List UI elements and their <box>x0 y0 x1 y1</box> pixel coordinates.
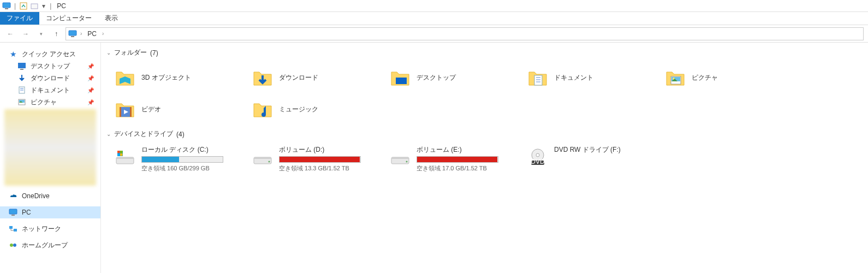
group-count: (7) <box>150 49 158 57</box>
svg-rect-4 <box>69 31 76 35</box>
3d-icon <box>114 67 136 88</box>
folder-tile[interactable]: ドキュメント <box>525 62 662 93</box>
pc-icon <box>2 2 11 10</box>
folder-tile[interactable]: ビデオ <box>112 93 249 125</box>
sidebar-pinned-item[interactable]: ピクチャ 📌 <box>0 96 100 108</box>
chevron-down-icon: ⌄ <box>106 131 111 137</box>
svg-point-18 <box>13 244 16 247</box>
sidebar-label: PC <box>22 209 31 216</box>
svg-rect-14 <box>11 215 15 216</box>
svg-text:DVD: DVD <box>531 158 545 165</box>
onedrive-icon <box>9 192 17 200</box>
downloads-icon <box>17 74 26 82</box>
svg-rect-0 <box>3 3 10 8</box>
folder-label: 3D オブジェクト <box>141 73 191 82</box>
svg-rect-38 <box>254 157 271 159</box>
forward-button[interactable]: → <box>20 28 32 40</box>
svg-rect-6 <box>18 63 26 68</box>
svg-rect-19 <box>396 78 407 84</box>
title-bar: | ▾ | PC <box>0 0 868 12</box>
group-header-drives[interactable]: ⌄ デバイスとドライブ (4) <box>101 126 868 142</box>
drive-label: DVD RW ドライブ (F:) <box>554 145 621 155</box>
address-bar[interactable]: › PC › <box>66 27 864 40</box>
desktop-icon <box>389 67 411 88</box>
drive-tile[interactable]: ローカル ディスク (C:) 空き領域 160 GB/299 GB <box>112 143 249 175</box>
folder-tile[interactable]: ダウンロード <box>249 62 387 93</box>
folder-tile[interactable]: 3D オブジェクト <box>112 62 249 93</box>
tab-view[interactable]: 表示 <box>98 12 124 25</box>
drive-tile[interactable]: ボリューム (E:) 空き領域 17.0 GB/1.52 TB <box>387 143 525 175</box>
sidebar-label: OneDrive <box>22 192 50 200</box>
svg-rect-36 <box>120 153 123 156</box>
sidebar-label: ホームグループ <box>22 241 68 250</box>
up-button[interactable]: ↑ <box>50 28 62 40</box>
sidebar-pc[interactable]: PC <box>0 206 100 218</box>
drive-capacity-text: 空き領域 17.0 GB/1.52 TB <box>417 164 498 173</box>
folder-label: デスクトップ <box>417 73 456 82</box>
content-pane: ⌄ フォルダー (7) 3D オブジェクト ダウンロード デスクトップ ドキュメ… <box>101 43 868 273</box>
svg-rect-20 <box>534 75 542 85</box>
pin-icon: 📌 <box>87 63 94 69</box>
drive-capacity-text: 空き領域 160 GB/299 GB <box>141 164 223 173</box>
svg-rect-5 <box>71 36 74 37</box>
folder-tile[interactable]: デスクトップ <box>387 62 525 93</box>
music-icon <box>252 98 274 120</box>
svg-rect-15 <box>9 226 13 229</box>
svg-rect-31 <box>116 157 134 159</box>
sidebar-quick-access[interactable]: ★ クイック アクセス <box>0 48 100 60</box>
sidebar-pinned-item[interactable]: デスクトップ 📌 <box>0 60 100 72</box>
dvd-icon: DVD <box>527 146 549 168</box>
svg-rect-1 <box>5 8 8 9</box>
star-icon: ★ <box>9 50 17 58</box>
sidebar-onedrive[interactable]: OneDrive <box>0 190 100 202</box>
sidebar-pinned-item[interactable]: ドキュメント 📌 <box>0 84 100 96</box>
folder-label: ビデオ <box>141 105 161 114</box>
documents-icon <box>527 67 549 88</box>
capacity-bar <box>417 156 498 163</box>
group-title: フォルダー <box>114 48 147 57</box>
navigation-bar: ← → ▾ ↑ › PC › <box>0 25 868 43</box>
svg-rect-35 <box>117 153 120 156</box>
folder-label: ピクチャ <box>692 73 718 82</box>
qat-customize-icon[interactable]: ▾ <box>41 2 46 10</box>
sidebar-item-label: ドキュメント <box>31 86 70 95</box>
svg-rect-13 <box>9 209 17 214</box>
qat-new-folder-icon[interactable] <box>30 2 39 10</box>
pc-icon <box>68 29 77 38</box>
drive-tile[interactable]: DVD DVD RW ドライブ (F:) <box>525 143 662 175</box>
tab-computer[interactable]: コンピューター <box>39 12 98 25</box>
sidebar-label: ネットワーク <box>22 224 61 234</box>
osdisk-icon <box>114 146 136 168</box>
sidebar-label: クイック アクセス <box>22 50 76 59</box>
svg-rect-2 <box>20 3 27 9</box>
breadcrumb-pc[interactable]: PC <box>85 30 99 38</box>
group-header-folders[interactable]: ⌄ フォルダー (7) <box>101 45 868 61</box>
sidebar-homegroup[interactable]: ホームグループ <box>0 239 100 251</box>
pin-icon: 📌 <box>87 99 94 105</box>
svg-rect-29 <box>130 107 132 117</box>
back-button[interactable]: ← <box>4 28 16 40</box>
tab-file[interactable]: ファイル <box>0 12 39 25</box>
drive-tile[interactable]: ボリューム (D:) 空き領域 13.3 GB/1.52 TB <box>249 143 387 175</box>
sidebar-item-label: デスクトップ <box>31 62 70 71</box>
qat-sep: | <box>14 2 16 10</box>
capacity-bar <box>279 156 361 163</box>
pictures-icon <box>17 98 26 106</box>
videos-icon <box>114 98 136 120</box>
folder-tile[interactable]: ピクチャ <box>662 62 800 93</box>
svg-rect-28 <box>120 107 121 117</box>
sidebar-pinned-item[interactable]: ダウンロード 📌 <box>0 72 100 84</box>
folder-tile[interactable]: ミュージック <box>249 93 387 125</box>
qat-properties-icon[interactable] <box>19 2 28 10</box>
chevron-right-icon[interactable]: › <box>80 31 82 37</box>
window-title: PC <box>55 2 66 10</box>
folder-label: ミュージック <box>279 105 318 114</box>
folder-label: ドキュメント <box>554 73 593 82</box>
breadcrumb-label: PC <box>87 30 97 38</box>
svg-rect-33 <box>117 151 120 153</box>
chevron-right-icon[interactable]: › <box>102 31 104 37</box>
downloads-icon <box>252 67 274 88</box>
recent-dropdown[interactable]: ▾ <box>35 28 47 40</box>
sidebar-network[interactable]: ネットワーク <box>0 223 100 235</box>
documents-icon <box>17 86 26 94</box>
